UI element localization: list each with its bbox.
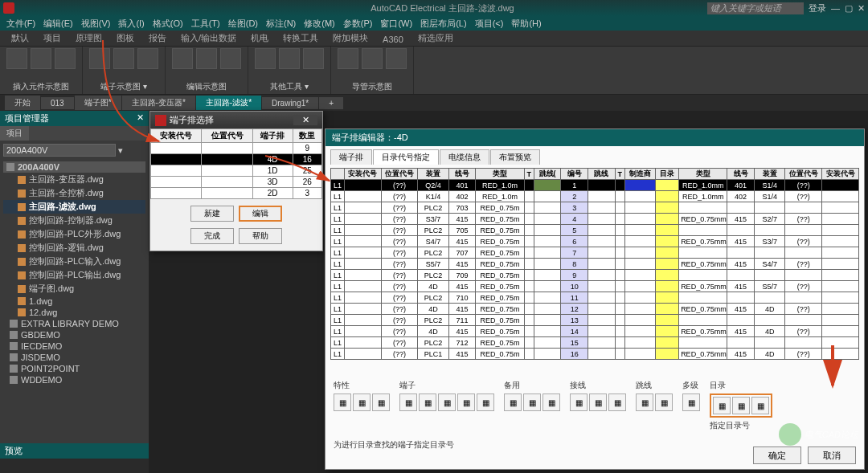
tree-item[interactable]: 主回路-全控桥.dwg [3,186,145,200]
doc-tab[interactable]: 开始 [5,96,40,110]
help-button[interactable]: 帮助 [239,228,282,244]
ok-button[interactable]: 确定 [753,446,801,464]
menu-item[interactable]: 标注(N) [263,18,299,30]
menu-item[interactable]: 窗口(W) [377,18,416,30]
ribbon-button[interactable] [303,48,324,69]
panel-close-icon[interactable]: ✕ [137,112,144,124]
menu-item[interactable]: 格式(O) [149,18,186,30]
ribbon-button[interactable] [172,48,193,69]
tree-item[interactable]: IECDEMO [3,340,145,352]
ribbon-button[interactable] [196,48,217,69]
tree-item[interactable]: WDDEMO [3,374,145,385]
tool-button[interactable]: ▦ [419,393,436,411]
edit-button[interactable]: 编辑 [239,206,282,222]
menu-item[interactable]: 参数(P) [340,18,376,30]
editor-tab[interactable]: 布置预览 [490,149,540,165]
ribbon-tab[interactable]: 转换工具 [276,31,325,46]
login-link[interactable]: 登录 [809,2,826,14]
dialog-close-button[interactable]: ✕ [293,115,317,125]
done-button[interactable]: 完成 [190,228,234,244]
menu-item[interactable]: 绘图(D) [225,18,261,30]
menu-item[interactable]: 项目(<) [472,18,507,30]
tree-item[interactable]: 1.dwg [3,296,145,307]
tool-button[interactable]: ▦ [457,393,475,411]
tool-button[interactable]: ▦ [608,393,626,411]
ribbon-tab[interactable]: 项目 [37,31,68,46]
menu-item[interactable]: 插入(I) [115,18,147,30]
ribbon-button[interactable] [279,48,300,69]
tree-item[interactable]: 200A400V [3,161,145,173]
tool-button[interactable]: ▦ [636,393,653,411]
tool-button[interactable]: ▦ [589,393,607,411]
menu-item[interactable]: 图层布局(L) [417,18,469,30]
ribbon-tab[interactable]: 机电 [244,31,275,46]
tool-button[interactable]: ▦ [399,393,417,411]
tree-item[interactable]: POINT2POINT [3,363,145,374]
ribbon-tab[interactable]: 输入/输出数据 [174,31,243,46]
tool-button[interactable]: ▦ [542,393,560,411]
ribbon-button[interactable] [55,48,76,69]
menu-item[interactable]: 编辑(E) [40,18,76,30]
panel-tab-project[interactable]: 项目 [0,126,29,141]
menu-item[interactable]: 修改(M) [301,18,338,30]
ribbon-tab[interactable]: 精选应用 [411,31,460,46]
tree-item[interactable]: EXTRA LIBRARY DEMO [3,318,145,329]
editor-tab[interactable]: 端子排 [330,149,372,165]
ribbon-tab[interactable]: 报告 [142,31,173,46]
tree-item[interactable]: 控制回路-逻辑.dwg [3,241,145,255]
tree-item[interactable]: 端子图.dwg [3,282,145,296]
editor-tab[interactable]: 电缆信息 [440,149,489,165]
tool-button[interactable]: ▦ [732,397,750,414]
tool-button[interactable]: ▦ [438,393,456,411]
ribbon-tab[interactable]: 原理图 [69,31,108,46]
menu-item[interactable]: 帮助(H) [508,18,544,30]
tool-button[interactable]: ▦ [655,393,673,411]
tool-button[interactable]: ▦ [523,393,541,411]
doc-tab[interactable]: 主回路-变压器* [122,96,195,110]
cancel-button[interactable]: 取消 [808,446,856,464]
editor-tab[interactable]: 目录代号指定 [373,149,439,165]
ribbon-tab[interactable]: 图板 [110,31,141,46]
tool-button[interactable]: ▦ [682,393,700,411]
ribbon-button[interactable] [386,48,407,69]
tree-item[interactable]: 12.dwg [3,307,145,318]
doc-tab[interactable]: 主回路-滤波* [196,96,261,110]
tool-button[interactable]: ▦ [570,393,588,411]
tree-item[interactable]: 主回路-变压器.dwg [3,173,145,186]
window-maximize[interactable]: ▢ [845,3,853,14]
ribbon-button[interactable] [338,48,358,69]
search-input[interactable]: 键入关键字或短语 [707,2,804,14]
ribbon-button[interactable] [255,48,276,69]
tree-item[interactable]: 控制回路-控制器.dwg [3,214,145,227]
ribbon-tab[interactable]: A360 [376,33,410,46]
ribbon-button[interactable] [362,48,383,69]
menu-item[interactable]: 文件(F) [3,18,39,30]
tool-button[interactable]: ▦ [372,393,390,411]
project-select[interactable] [3,144,116,157]
tree-item[interactable]: JISDEMO [3,352,145,363]
ribbon-button[interactable] [6,48,27,69]
tree-item[interactable]: GBDEMO [3,329,145,340]
doc-tab[interactable]: 013 [41,97,74,109]
ribbon-button[interactable] [113,48,134,69]
menu-item[interactable]: 工具(T) [188,18,223,30]
doc-tab[interactable]: 端子图* [75,96,121,110]
tool-button[interactable]: ▦ [713,397,731,414]
doc-tab[interactable]: Drawing1* [262,97,318,109]
tree-item[interactable]: 控制回路-PLC外形.dwg [3,227,145,241]
ribbon-button[interactable] [220,48,241,69]
tool-button[interactable]: ▦ [334,393,351,411]
new-tab-button[interactable]: + [319,97,343,109]
tree-item[interactable]: 控制回路-PLC输出.dwg [3,268,145,282]
new-button[interactable]: 新建 [190,206,234,222]
tool-button[interactable]: ▦ [751,397,769,414]
ribbon-button[interactable] [137,48,158,69]
ribbon-tab[interactable]: 默认 [5,31,35,46]
tool-button[interactable]: ▦ [353,393,371,411]
ribbon-button[interactable] [31,48,51,69]
window-minimize[interactable]: — [831,3,840,13]
window-close[interactable]: ✕ [858,3,865,14]
ribbon-button[interactable] [89,48,110,69]
tree-item[interactable]: 主回路-滤波.dwg [3,200,145,214]
tree-item[interactable]: 控制回路-PLC输入.dwg [3,255,145,268]
